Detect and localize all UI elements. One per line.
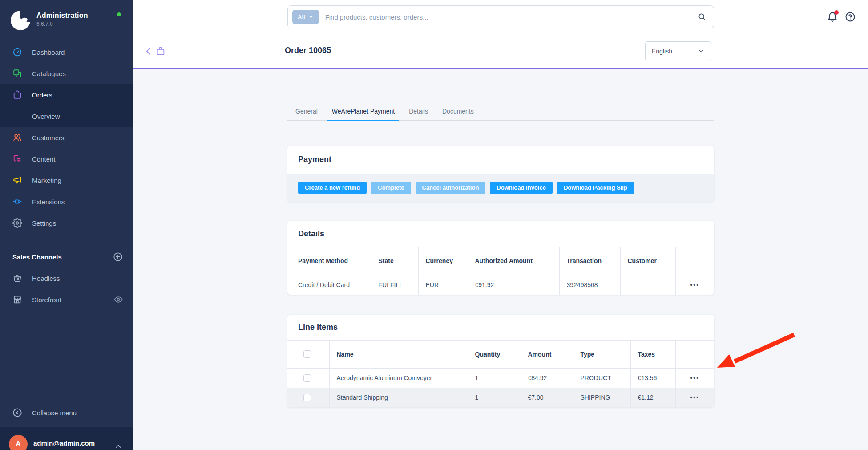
sidebar: Administration 6.6.7.0 Dashboard Catalog…	[0, 0, 133, 450]
sidebar-item-dashboard[interactable]: Dashboard	[0, 41, 133, 63]
tab-details[interactable]: Details	[404, 104, 432, 121]
sidebar-item-extensions[interactable]: Extensions	[0, 191, 133, 212]
cell-quantity: 1	[468, 388, 521, 407]
chevron-down-icon	[308, 14, 314, 20]
complete-button[interactable]: Complete	[371, 182, 411, 194]
settings-gear-icon	[12, 218, 22, 228]
row-checkbox[interactable]	[303, 394, 311, 401]
cell-name: Standard Shipping	[329, 388, 468, 407]
tab-general[interactable]: General	[291, 104, 322, 121]
sidebar-item-settings[interactable]: Settings	[0, 212, 133, 234]
cell-state: FULFILL	[371, 275, 418, 295]
sidebar-item-orders[interactable]: Orders	[0, 84, 133, 105]
column-header: State	[371, 247, 418, 275]
line-item-row: Aerodynamic Aluminum Comveyer 1 €84.92 P…	[287, 368, 714, 388]
sales-channels-header: Sales Channels	[0, 246, 133, 268]
details-card-title: Details	[298, 229, 324, 239]
table-header-row: Payment Method State Currency Authorized…	[287, 247, 714, 275]
collapse-menu-button[interactable]: Collapse menu	[0, 402, 133, 423]
line-items-card: Line Items Name Quantity Amount Type Tax…	[287, 315, 714, 408]
cancel-authorization-button[interactable]: Cancel authorization	[416, 182, 486, 194]
column-header: Authorized Amount	[468, 247, 559, 275]
main-area: All Order 10065 English	[133, 0, 868, 450]
payment-actions: Create a new refund Complete Cancel auth…	[287, 174, 714, 202]
cell-type: SHIPPING	[573, 388, 630, 407]
cell-currency: EUR	[418, 275, 468, 295]
orders-bag-icon	[12, 90, 22, 100]
smartbar: Order 10065 English	[133, 34, 868, 69]
orders-active-section: Orders Overview	[0, 84, 133, 127]
sidebar-item-storefront[interactable]: Storefront	[0, 289, 133, 310]
shopware-logo-icon	[11, 11, 30, 30]
topbar-icons	[827, 12, 856, 22]
context-menu-button[interactable]: •••	[690, 281, 699, 288]
cell-transaction: 392498508	[559, 275, 620, 295]
content-icon	[12, 154, 22, 164]
help-button[interactable]	[845, 12, 856, 22]
context-menu-button[interactable]: •••	[690, 374, 699, 381]
line-items-table: Name Quantity Amount Type Taxes Aerodyna…	[287, 340, 714, 408]
tab-documents[interactable]: Documents	[438, 104, 478, 121]
column-header: Transaction	[559, 247, 620, 275]
language-select[interactable]: English	[645, 41, 711, 61]
select-all-checkbox[interactable]	[303, 350, 311, 358]
order-module-bag-icon[interactable]	[156, 46, 166, 56]
payment-card: Payment Create a new refund Complete Can…	[287, 146, 714, 202]
search-input[interactable]	[325, 13, 698, 21]
brand-text: Administration 6.6.7.0	[36, 11, 88, 27]
create-refund-button[interactable]: Create a new refund	[298, 182, 367, 194]
line-item-row: Standard Shipping 1 €7.00 SHIPPING €1.12…	[287, 388, 714, 407]
column-header-actions	[675, 340, 714, 368]
download-invoice-button[interactable]: Download Invoice	[490, 182, 553, 194]
chevron-left-icon	[143, 46, 154, 57]
column-header: Amount	[521, 340, 573, 368]
context-menu-button[interactable]: •••	[690, 394, 699, 401]
topbar: All	[133, 0, 868, 34]
payment-details-table: Payment Method State Currency Authorized…	[287, 247, 714, 295]
back-button[interactable]	[143, 46, 154, 57]
catalogues-icon	[12, 69, 22, 78]
column-header: Quantity	[468, 340, 521, 368]
row-checkbox[interactable]	[303, 374, 311, 382]
marketing-megaphone-icon	[12, 175, 22, 185]
cell-payment-method: Credit / Debit Card	[287, 275, 371, 295]
payment-card-title: Payment	[298, 155, 703, 164]
tab-weareplanet-payment[interactable]: WeArePlanet Payment	[327, 104, 399, 121]
global-search[interactable]: All	[287, 5, 714, 28]
column-header-actions	[675, 247, 714, 275]
sidebar-item-customers[interactable]: Customers	[0, 127, 133, 148]
eye-icon[interactable]	[114, 295, 123, 304]
sidebar-item-catalogues[interactable]: Catalogues	[0, 63, 133, 84]
sidebar-item-headless[interactable]: Headless	[0, 268, 133, 289]
details-card: Details Payment Method State Currency Au…	[287, 221, 714, 295]
column-header: Taxes	[630, 340, 675, 368]
sidebar-item-marketing[interactable]: Marketing	[0, 170, 133, 191]
user-email: admin@admin.com	[33, 439, 95, 447]
cell-amount: €7.00	[521, 388, 573, 407]
dashboard-icon	[12, 47, 22, 57]
user-menu[interactable]: A admin@admin.com Administrator	[0, 426, 133, 450]
brand-header: Administration 6.6.7.0	[0, 0, 133, 41]
sidebar-item-content[interactable]: Content	[0, 148, 133, 170]
cell-taxes: €13.56	[630, 368, 675, 388]
shopware-admin-app: { "app": { "name": "Administration", "ve…	[0, 0, 868, 450]
chevron-down-icon	[698, 48, 704, 54]
sidebar-item-orders-overview[interactable]: Overview	[0, 105, 133, 127]
cell-authorized-amount: €91.92	[468, 275, 559, 295]
page-title: Order 10065	[285, 46, 331, 55]
storefront-icon	[12, 295, 22, 304]
notifications-button[interactable]	[827, 12, 838, 22]
plus-circle-icon[interactable]	[113, 252, 123, 262]
basket-icon	[12, 273, 22, 283]
search-icon[interactable]	[698, 12, 707, 21]
app-title: Administration	[36, 12, 88, 20]
table-header-row: Name Quantity Amount Type Taxes	[287, 340, 714, 368]
order-tabs: General WeArePlanet Payment Details Docu…	[287, 104, 714, 121]
app-version: 6.6.7.0	[36, 21, 88, 27]
main-navigation: Dashboard Catalogues Orders Overview Cus…	[0, 41, 133, 310]
search-filter-button[interactable]: All	[292, 10, 319, 24]
column-header: Type	[573, 340, 630, 368]
table-row: Credit / Debit Card FULFILL EUR €91.92 3…	[287, 275, 714, 295]
extensions-plug-icon	[12, 197, 22, 207]
download-packing-slip-button[interactable]: Download Packing Slip	[557, 182, 634, 194]
